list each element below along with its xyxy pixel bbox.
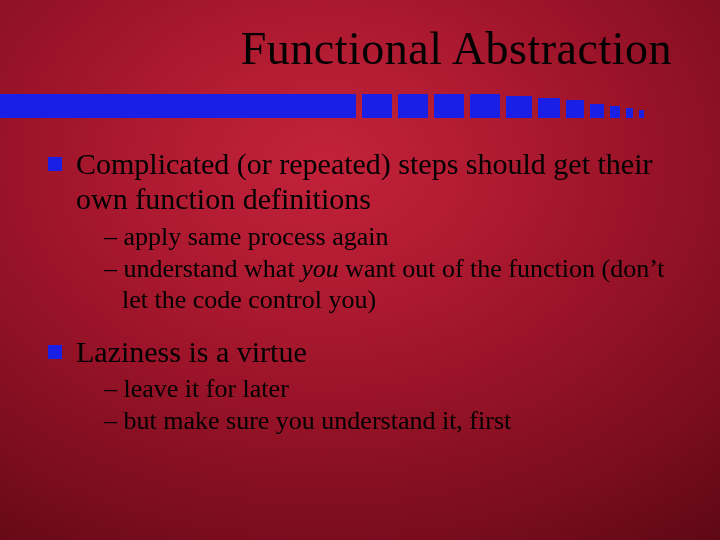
bullet-1-sub-2: – understand what you want out of the fu…: [104, 253, 676, 316]
bullet-1-sub-1: – apply same process again: [104, 221, 676, 253]
accent-bar-solid: [0, 94, 356, 118]
sub-text: – understand what: [104, 254, 301, 283]
bullet-2-text: Laziness is a virtue: [76, 334, 307, 369]
sub-text-italic: you: [301, 254, 339, 283]
bullet-2-sub-2: – but make sure you understand it, first: [104, 405, 676, 437]
bullet-2-sub-1: – leave it for later: [104, 373, 676, 405]
square-bullet-icon: [48, 157, 62, 171]
bullet-1: Complicated (or repeated) steps should g…: [48, 146, 676, 217]
accent-bar-blocks: [356, 94, 644, 118]
slide-body: Complicated (or repeated) steps should g…: [48, 146, 676, 455]
slide: Functional Abstraction Complicated (or r…: [0, 0, 720, 540]
slide-title: Functional Abstraction: [241, 22, 672, 75]
accent-bar: [0, 94, 720, 118]
bullet-2: Laziness is a virtue: [48, 334, 676, 369]
bullet-2-subs: – leave it for later – but make sure you…: [104, 373, 676, 436]
bullet-1-subs: – apply same process again – understand …: [104, 221, 676, 316]
bullet-1-text: Complicated (or repeated) steps should g…: [76, 146, 676, 217]
square-bullet-icon: [48, 345, 62, 359]
